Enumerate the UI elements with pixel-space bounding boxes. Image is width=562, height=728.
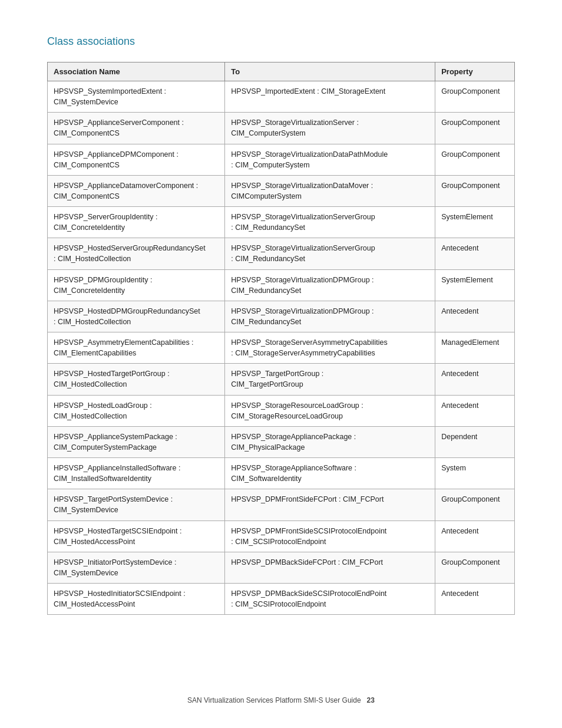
- cell-property: GroupComponent: [435, 552, 515, 583]
- cell-association-name: HPSVSP_DPMGroupIdentity : CIM_ConcreteId…: [48, 269, 225, 301]
- cell-property: GroupComponent: [435, 175, 515, 206]
- table-row: HPSVSP_InitiatorPortSystemDevice : CIM_S…: [48, 552, 515, 583]
- cell-property: Antecedent: [435, 238, 515, 269]
- cell-property: GroupComponent: [435, 144, 515, 175]
- cell-to: HPSVSP_StorageVirtualizationServerGroup …: [225, 207, 435, 238]
- cell-to: HPSVSP_StorageVirtualizationServerGroup …: [225, 238, 435, 269]
- col-header-name: Association Name: [48, 62, 225, 81]
- cell-property: GroupComponent: [435, 81, 515, 113]
- cell-association-name: HPSVSP_ApplianceInstalledSoftware : CIM_…: [48, 458, 225, 489]
- table-row: HPSVSP_SystemImportedExtent : CIM_System…: [48, 81, 515, 113]
- footer-text: SAN Virtualization Services Platform SMI…: [187, 696, 361, 704]
- cell-association-name: HPSVSP_TargetPortSystemDevice : CIM_Syst…: [48, 489, 225, 521]
- cell-to: HPSVSP_StorageAppliancePackage : CIM_Phy…: [225, 426, 435, 457]
- table-row: HPSVSP_HostedLoadGroup : CIM_HostedColle…: [48, 395, 515, 426]
- cell-association-name: HPSVSP_HostedTargetSCSIEndpoint : CIM_Ho…: [48, 521, 225, 552]
- table-row: HPSVSP_ApplianceDatamoverComponent : CIM…: [48, 175, 515, 206]
- table-row: HPSVSP_ApplianceDPMComponent : CIM_Compo…: [48, 144, 515, 175]
- cell-association-name: HPSVSP_ApplianceDatamoverComponent : CIM…: [48, 175, 225, 206]
- page-footer: SAN Virtualization Services Platform SMI…: [0, 696, 562, 704]
- cell-association-name: HPSVSP_HostedDPMGroupRedundancySet : CIM…: [48, 301, 225, 332]
- cell-property: SystemElement: [435, 269, 515, 301]
- cell-property: SystemElement: [435, 207, 515, 238]
- table-row: HPSVSP_ApplianceSystemPackage : CIM_Comp…: [48, 426, 515, 457]
- cell-association-name: HPSVSP_InitiatorPortSystemDevice : CIM_S…: [48, 552, 225, 583]
- cell-association-name: HPSVSP_ServerGroupIdentity : CIM_Concret…: [48, 207, 225, 238]
- cell-to: HPSVSP_StorageVirtualizationDataPathModu…: [225, 144, 435, 175]
- cell-to: HPSVSP_DPMBackSideFCPort : CIM_FCPort: [225, 552, 435, 583]
- table-row: HPSVSP_HostedTargetPortGroup : CIM_Hoste…: [48, 364, 515, 395]
- associations-table: Association Name To Property HPSVSP_Syst…: [47, 62, 515, 615]
- cell-to: HPSVSP_StorageVirtualizationServer : CIM…: [225, 113, 435, 144]
- cell-property: ManagedElement: [435, 332, 515, 364]
- cell-association-name: HPSVSP_ApplianceSystemPackage : CIM_Comp…: [48, 426, 225, 457]
- table-row: HPSVSP_TargetPortSystemDevice : CIM_Syst…: [48, 489, 515, 521]
- col-header-to: To: [225, 62, 435, 81]
- cell-association-name: HPSVSP_HostedLoadGroup : CIM_HostedColle…: [48, 395, 225, 426]
- cell-property: Antecedent: [435, 301, 515, 332]
- cell-to: HPSVSP_DPMBackSideSCSIProtocolEndPoint :…: [225, 584, 435, 615]
- cell-association-name: HPSVSP_SystemImportedExtent : CIM_System…: [48, 81, 225, 113]
- cell-to: HPSVSP_StorageVirtualizationDataMover : …: [225, 175, 435, 206]
- cell-property: Antecedent: [435, 395, 515, 426]
- table-header-row: Association Name To Property: [48, 62, 515, 81]
- cell-property: Antecedent: [435, 584, 515, 615]
- footer-page: 23: [367, 696, 375, 704]
- page-container: Class associations Association Name To P…: [0, 0, 562, 662]
- cell-to: HPSVSP_ImportedExtent : CIM_StorageExten…: [225, 81, 435, 113]
- cell-property: Dependent: [435, 426, 515, 457]
- table-row: HPSVSP_HostedInitiatorSCSIEndpoint : CIM…: [48, 584, 515, 615]
- cell-to: HPSVSP_DPMFrontSideFCPort : CIM_FCPort: [225, 489, 435, 521]
- cell-association-name: HPSVSP_HostedInitiatorSCSIEndpoint : CIM…: [48, 584, 225, 615]
- cell-to: HPSVSP_DPMFrontSideSCSIProtocolEndpoint …: [225, 521, 435, 552]
- table-row: HPSVSP_ApplianceInstalledSoftware : CIM_…: [48, 458, 515, 489]
- col-header-property: Property: [435, 62, 515, 81]
- cell-association-name: HPSVSP_ApplianceServerComponent : CIM_Co…: [48, 113, 225, 144]
- table-row: HPSVSP_ApplianceServerComponent : CIM_Co…: [48, 113, 515, 144]
- table-row: HPSVSP_HostedTargetSCSIEndpoint : CIM_Ho…: [48, 521, 515, 552]
- page-title: Class associations: [47, 35, 515, 48]
- cell-property: GroupComponent: [435, 489, 515, 521]
- cell-property: Antecedent: [435, 364, 515, 395]
- cell-to: HPSVSP_TargetPortGroup : CIM_TargetPortG…: [225, 364, 435, 395]
- cell-association-name: HPSVSP_AsymmetryElementCapabilities : CI…: [48, 332, 225, 364]
- cell-to: HPSVSP_StorageVirtualizationDPMGroup : C…: [225, 301, 435, 332]
- cell-property: System: [435, 458, 515, 489]
- cell-to: HPSVSP_StorageVirtualizationDPMGroup : C…: [225, 269, 435, 301]
- table-row: HPSVSP_AsymmetryElementCapabilities : CI…: [48, 332, 515, 364]
- table-row: HPSVSP_ServerGroupIdentity : CIM_Concret…: [48, 207, 515, 238]
- table-row: HPSVSP_HostedServerGroupRedundancySet : …: [48, 238, 515, 269]
- cell-association-name: HPSVSP_ApplianceDPMComponent : CIM_Compo…: [48, 144, 225, 175]
- table-row: HPSVSP_DPMGroupIdentity : CIM_ConcreteId…: [48, 269, 515, 301]
- cell-association-name: HPSVSP_HostedServerGroupRedundancySet : …: [48, 238, 225, 269]
- cell-property: Antecedent: [435, 521, 515, 552]
- cell-property: GroupComponent: [435, 113, 515, 144]
- cell-association-name: HPSVSP_HostedTargetPortGroup : CIM_Hoste…: [48, 364, 225, 395]
- cell-to: HPSVSP_StorageServerAsymmetryCapabilitie…: [225, 332, 435, 364]
- cell-to: HPSVSP_StorageResourceLoadGroup : CIM_St…: [225, 395, 435, 426]
- table-row: HPSVSP_HostedDPMGroupRedundancySet : CIM…: [48, 301, 515, 332]
- cell-to: HPSVSP_StorageApplianceSoftware : CIM_So…: [225, 458, 435, 489]
